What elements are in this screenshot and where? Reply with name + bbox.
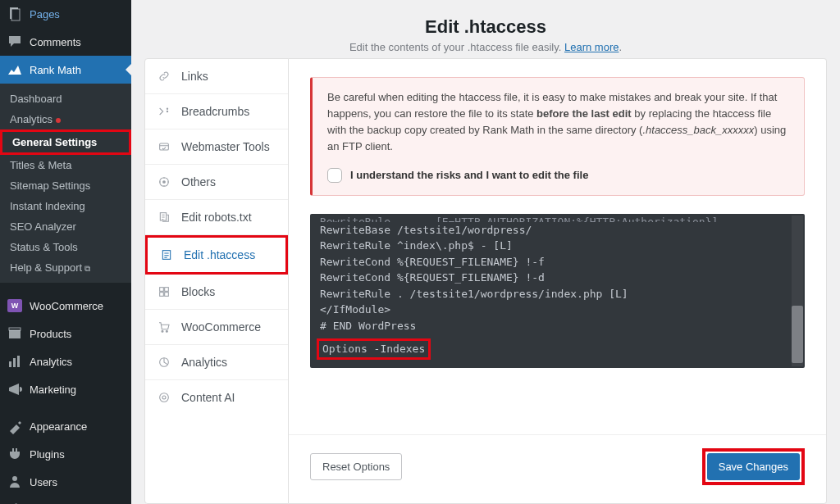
main-content: Edit .htaccess Edit the contents of your…: [131, 0, 840, 504]
tab-blocks[interactable]: Blocks: [145, 275, 288, 310]
editor-scrollbar[interactable]: [792, 216, 803, 366]
page-subtitle: Edit the contents of your .htaccess file…: [131, 41, 840, 53]
submenu-dashboard[interactable]: Dashboard: [0, 89, 131, 109]
svg-point-7: [12, 476, 17, 481]
comments-icon: [7, 34, 23, 50]
warning-text: Be careful when editing the htaccess fil…: [327, 89, 789, 156]
tab-label: Others: [181, 175, 216, 188]
menu-separator: [0, 285, 131, 289]
submenu-general-settings[interactable]: General Settings: [2, 132, 129, 152]
tab-label: Content AI: [181, 391, 235, 404]
submenu-label: Analytics: [10, 113, 52, 125]
svg-rect-2: [9, 329, 21, 338]
tab-others[interactable]: Others: [145, 165, 288, 200]
subtitle-text: Edit the contents of your .htaccess file…: [349, 41, 564, 53]
submenu-sitemap-settings[interactable]: Sitemap Settings: [0, 175, 131, 196]
code-line: RewriteRule . - [E=HTTP_AUTHORIZATION:%{…: [320, 214, 795, 222]
panel-footer: Reset Options Save Changes: [289, 434, 826, 503]
analytics-tab-icon: [157, 355, 171, 370]
tab-label: Breadcrumbs: [181, 105, 249, 118]
code-line: RewriteCond %{REQUEST_FILENAME} !-d: [320, 270, 795, 286]
submenu-label: Help & Support: [10, 261, 82, 274]
menu-marketing[interactable]: Marketing: [0, 375, 131, 403]
tab-breadcrumbs[interactable]: Breadcrumbs: [145, 94, 288, 129]
tab-edit-robots[interactable]: Edit robots.txt: [145, 200, 288, 235]
content-ai-icon: [157, 390, 171, 405]
warn-bold: before the last edit: [536, 107, 632, 120]
woocommerce-icon: W: [7, 297, 23, 314]
menu-plugins[interactable]: Plugins: [0, 440, 131, 468]
menu-pages[interactable]: Pages: [0, 0, 131, 28]
menu-tools[interactable]: Tools: [0, 496, 131, 504]
svg-point-29: [162, 396, 166, 399]
appearance-icon: [7, 418, 23, 434]
submenu-status-tools[interactable]: Status & Tools: [0, 237, 131, 257]
submenu-seo-analyzer[interactable]: SEO Analyzer: [0, 216, 131, 237]
warn-ital: .htaccess_back_xxxxxx: [642, 124, 754, 136]
menu-users[interactable]: Users: [0, 468, 131, 496]
warning-notice: Be careful when editing the htaccess fil…: [310, 77, 805, 196]
tab-webmaster-tools[interactable]: Webmaster Tools: [145, 129, 288, 165]
tab-label: Edit .htaccess: [184, 248, 255, 261]
menu-label: Users: [30, 476, 57, 488]
highlighted-options-line: Options -Indexes: [317, 338, 431, 360]
submenu-help-support[interactable]: Help & Support⧉: [0, 257, 131, 278]
learn-more-link[interactable]: Learn more: [564, 41, 619, 53]
menu-label: Rank Math: [30, 64, 81, 76]
breadcrumbs-icon: [157, 104, 171, 119]
svg-point-26: [166, 330, 167, 332]
svg-rect-22: [165, 288, 169, 292]
svg-rect-21: [160, 288, 164, 292]
products-icon: [7, 325, 23, 342]
tab-label: Links: [181, 70, 208, 83]
pages-icon: [7, 6, 23, 22]
tab-edit-htaccess[interactable]: Edit .htaccess: [145, 235, 288, 275]
highlight-save-button: Save Changes: [702, 448, 805, 485]
submenu-titles-meta[interactable]: Titles & Meta: [0, 155, 131, 175]
menu-label: Pages: [30, 8, 60, 20]
menu-comments[interactable]: Comments: [0, 28, 131, 56]
submenu-analytics[interactable]: Analytics: [0, 109, 131, 129]
menu-label: Analytics: [30, 356, 72, 368]
svg-point-28: [160, 393, 169, 402]
menu-appearance[interactable]: Appearance: [0, 412, 131, 440]
menu-products[interactable]: Products: [0, 320, 131, 347]
tab-label: Analytics: [181, 356, 227, 369]
acknowledge-row: I understand the risks and I want to edi…: [327, 167, 789, 184]
htaccess-editor[interactable]: RewriteRule . - [E=HTTP_AUTHORIZATION:%{…: [310, 214, 805, 368]
tab-content-ai[interactable]: Content AI: [145, 380, 288, 415]
tab-label: Webmaster Tools: [181, 140, 270, 153]
save-changes-button[interactable]: Save Changes: [707, 453, 800, 480]
tab-links[interactable]: Links: [145, 59, 288, 94]
code-line: RewriteRule ^index\.php$ - [L]: [320, 238, 795, 254]
menu-woocommerce[interactable]: W WooCommerce: [0, 292, 131, 320]
tab-analytics[interactable]: Analytics: [145, 345, 288, 380]
code-line: RewriteBase /testsite1/wordpress/: [320, 222, 795, 238]
acknowledge-label: I understand the risks and I want to edi…: [350, 167, 588, 184]
svg-rect-1: [11, 9, 20, 20]
svg-rect-23: [160, 293, 164, 297]
menu-analytics[interactable]: Analytics: [0, 347, 131, 375]
robots-icon: [157, 210, 171, 225]
tab-label: Blocks: [181, 285, 215, 298]
rank-math-icon: [7, 61, 23, 78]
reset-options-button[interactable]: Reset Options: [310, 453, 402, 480]
external-link-icon: ⧉: [84, 264, 90, 273]
menu-label: Products: [30, 328, 71, 340]
menu-rank-math[interactable]: Rank Math: [0, 56, 131, 84]
plugins-icon: [7, 446, 23, 462]
submenu-instant-indexing[interactable]: Instant Indexing: [0, 196, 131, 216]
svg-rect-6: [17, 356, 20, 367]
scrollbar-thumb[interactable]: [792, 306, 803, 363]
links-icon: [157, 69, 171, 84]
code-line: RewriteCond %{REQUEST_FILENAME} !-f: [320, 254, 795, 270]
svg-point-14: [167, 108, 167, 109]
tab-woocommerce[interactable]: WooCommerce: [145, 310, 288, 345]
others-icon: [157, 175, 171, 189]
blocks-icon: [157, 284, 171, 299]
notification-dot-icon: [56, 118, 61, 123]
settings-tabs: Links Breadcrumbs Webmaster Tools Others…: [144, 58, 289, 504]
menu-label: WooCommerce: [30, 300, 103, 312]
acknowledge-checkbox[interactable]: [327, 168, 342, 183]
menu-label: Marketing: [30, 384, 76, 396]
